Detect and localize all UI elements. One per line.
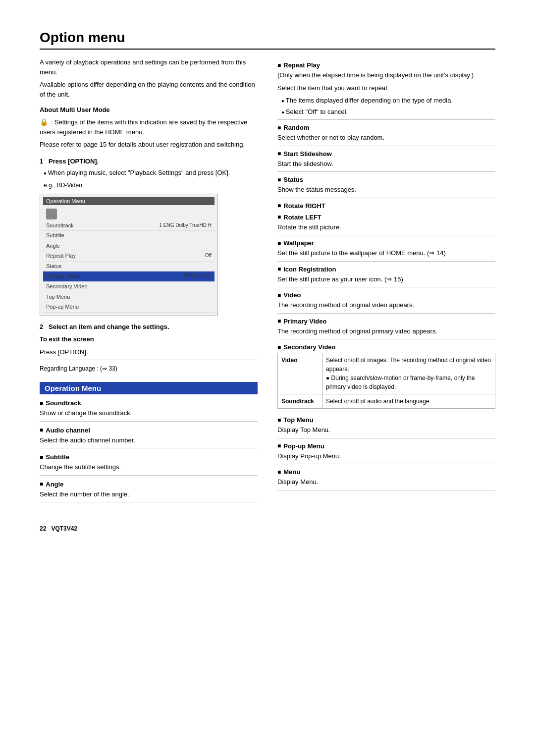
right-menu-bullet: Select "Off" to cancel. (277, 107, 495, 117)
right-menu-text: Select the item that you want to repeat. (277, 83, 495, 93)
footer-code: VQT3V42 (51, 525, 77, 532)
right-menu-text: Set the still picture to the wallpaper o… (277, 248, 495, 258)
multi-user-text1: : Settings of the items with this indica… (40, 118, 247, 136)
right-menu-item-heading: Secondary Video (277, 343, 495, 351)
right-menu-item-heading: Icon Registration (277, 266, 495, 273)
right-menu-text: (Only when the elapsed time is being dis… (277, 70, 495, 80)
right-menu-text: Show the status messages. (277, 185, 495, 195)
menu-item-text: Change the subtitle settings. (40, 462, 258, 472)
menu-item-heading: Audio channel (40, 427, 258, 434)
right-menu-bullet: The items displayed differ depending on … (277, 96, 495, 106)
operation-menu-title: Operation Menu (40, 382, 258, 394)
page-content: Option menu A variety of playback operat… (40, 30, 495, 532)
right-menu-item-heading: Repeat Play (277, 61, 495, 69)
right-menu-text: Rotate the still picture. (277, 222, 495, 232)
multi-user-icon-text: 🔒 : Settings of the items with this indi… (40, 117, 258, 137)
exit-section: To exit the screen Press [OPTION]. (40, 334, 258, 357)
screenshot-box: Operation Menu Soundtrack1 ENG Dolby Tru… (40, 194, 218, 316)
right-menu-text: Start the slideshow. (277, 159, 495, 169)
right-menu-item-heading: Top Menu (277, 416, 495, 424)
right-column: Repeat Play(Only when the elapsed time i… (277, 57, 495, 505)
menu-item-heading: Subtitle (40, 453, 258, 461)
intro-text-2: Available options differ depending on th… (40, 80, 258, 99)
eg-label: e.g., BD-Video (44, 181, 258, 190)
right-menu-text: Select whether or not to play random. (277, 133, 495, 143)
screenshot-row-label: Primary Video (46, 272, 80, 281)
screenshot-row: Subtitle (43, 231, 214, 241)
right-menu-item-heading: Wallpaper (277, 239, 495, 247)
screenshot-row-value: MPEG-4 A/C (183, 272, 212, 281)
menu-item-heading: Soundtrack (40, 399, 258, 407)
intro-text-1: A variety of playback operations and set… (40, 57, 258, 77)
screenshot-row-label: Secondary Video (46, 282, 88, 291)
screenshot-rows-container: Soundtrack1 ENG Dolby TrueHD HSubtitleAn… (43, 221, 214, 313)
right-menu-item-heading: Start Slideshow (277, 150, 495, 158)
right-menu-text: The recording method of original video a… (277, 300, 495, 310)
left-column: A variety of playback operations and set… (40, 57, 258, 505)
screenshot-header: Operation Menu (43, 197, 214, 205)
screenshot-row-label: Angle (46, 242, 60, 251)
page-footer: 22 VQT3V42 (40, 525, 495, 532)
multi-user-heading: About Multi User Mode (40, 105, 258, 115)
footer-page: 22 (40, 525, 46, 532)
screenshot-row: Status (43, 262, 214, 272)
table-row-text: Select on/off of images. The recording m… (322, 353, 495, 394)
right-menu-text: Display Top Menu. (277, 425, 495, 435)
operation-menu-items: SoundtrackShow or change the soundtrack.… (40, 399, 258, 502)
table-row-label: Soundtrack (278, 394, 322, 409)
exit-heading: To exit the screen (40, 334, 258, 344)
screenshot-row-label: Pop-up Menu (46, 303, 79, 312)
right-menu-text: Display Pop-up Menu. (277, 451, 495, 461)
right-menu-item-subheading: Rotate LEFT (277, 214, 495, 221)
operation-menu-section: Operation Menu SoundtrackShow or change … (40, 382, 258, 502)
regarding-text: Regarding Language : (⇒ 33) (40, 364, 258, 373)
menu-item-text: Select the number of the angle. (40, 489, 258, 499)
step1-label: 1 Press [OPTION]. (40, 157, 258, 166)
screenshot-row: Soundtrack1 ENG Dolby TrueHD H (43, 221, 214, 231)
right-menu-text: Display Menu. (277, 477, 495, 487)
two-column-layout: A variety of playback operations and set… (40, 57, 495, 505)
right-items-container: Repeat Play(Only when the elapsed time i… (277, 61, 495, 490)
exit-text: Press [OPTION]. (40, 347, 258, 357)
screenshot-row-value: Off (205, 252, 212, 261)
table-row-text: Select on/off of audio and the language. (322, 394, 495, 409)
page-title: Option menu (40, 30, 495, 50)
step1-bullet: When playing music, select "Playback Set… (40, 168, 258, 178)
screenshot-row-label: Subtitle (46, 231, 64, 240)
screenshot-row-value: 1 ENG Dolby TrueHD H (159, 221, 212, 230)
menu-item-text: Select the audio channel number. (40, 435, 258, 445)
screenshot-row: Angle (43, 241, 214, 252)
step2: 2 Select an item and change the settings… (40, 322, 258, 332)
screenshot-row: Secondary Video (43, 282, 214, 292)
right-menu-item-heading: Rotate RIGHT (277, 202, 495, 210)
table-row-label: Video (278, 353, 322, 394)
screenshot-row: Pop-up Menu (43, 302, 214, 313)
secondary-video-table: VideoSelect on/off of images. The record… (277, 353, 495, 409)
right-menu-text: Set the still picture as your user icon.… (277, 274, 495, 284)
screenshot-row: Repeat PlayOff (43, 251, 214, 262)
screenshot-row-label: Soundtrack (46, 221, 74, 230)
screenshot-disc-icon (46, 209, 57, 219)
right-menu-item-heading: Primary Video (277, 318, 495, 325)
screenshot-row: Top Menu (43, 292, 214, 303)
user-icon: 🔒 (40, 117, 48, 127)
right-menu-text: The recording method of original primary… (277, 326, 495, 336)
right-menu-item-heading: Pop-up Menu (277, 442, 495, 450)
screenshot-row-label: Status (46, 262, 61, 271)
multi-user-text2: Please refer to page 15 for details abou… (40, 140, 258, 150)
menu-item-text: Show or change the soundtrack. (40, 408, 258, 418)
step2-text: Select an item and change the settings. (49, 323, 169, 330)
screenshot-row-label: Top Menu (46, 293, 70, 302)
right-menu-item-heading: Menu (277, 468, 495, 476)
screenshot-icon-row (43, 207, 214, 221)
screenshot-row-label: Repeat Play (46, 252, 76, 261)
right-menu-item-heading: Video (277, 291, 495, 299)
step1-text: Press [OPTION]. (49, 158, 99, 165)
right-menu-item-heading: Status (277, 176, 495, 183)
menu-item-heading: Angle (40, 481, 258, 488)
screenshot-row: Primary VideoMPEG-4 A/C (43, 271, 214, 282)
right-menu-item-heading: Random (277, 124, 495, 131)
